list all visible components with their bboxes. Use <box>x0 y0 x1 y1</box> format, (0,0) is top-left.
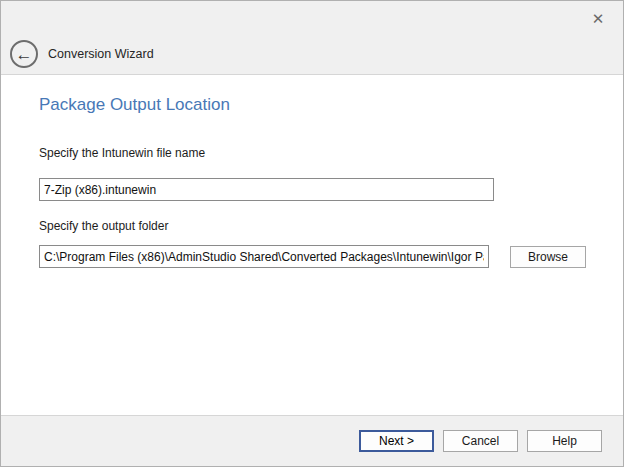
conversion-wizard-dialog: ← Conversion Wizard ✕ Package Output Loc… <box>0 0 624 467</box>
back-navigation: ← Conversion Wizard <box>10 40 154 68</box>
wizard-title: Conversion Wizard <box>48 47 154 61</box>
output-folder-input[interactable] <box>39 245 489 268</box>
wizard-body: Package Output Location Specify the Intu… <box>1 75 623 415</box>
help-button[interactable]: Help <box>527 430 602 452</box>
close-button[interactable]: ✕ <box>588 8 608 28</box>
wizard-footer: Next > Cancel Help <box>1 415 623 466</box>
back-button[interactable]: ← <box>10 40 38 68</box>
next-button[interactable]: Next > <box>359 430 434 452</box>
back-arrow-icon: ← <box>16 46 33 63</box>
wizard-header: ← Conversion Wizard ✕ <box>1 1 623 75</box>
intunewin-file-name-label: Specify the Intunewin file name <box>39 146 205 160</box>
page-title: Package Output Location <box>39 95 230 115</box>
close-icon: ✕ <box>592 11 605 26</box>
cancel-button[interactable]: Cancel <box>443 430 518 452</box>
output-folder-label: Specify the output folder <box>39 219 168 233</box>
browse-button[interactable]: Browse <box>510 246 586 268</box>
intunewin-file-name-input[interactable] <box>39 178 494 201</box>
